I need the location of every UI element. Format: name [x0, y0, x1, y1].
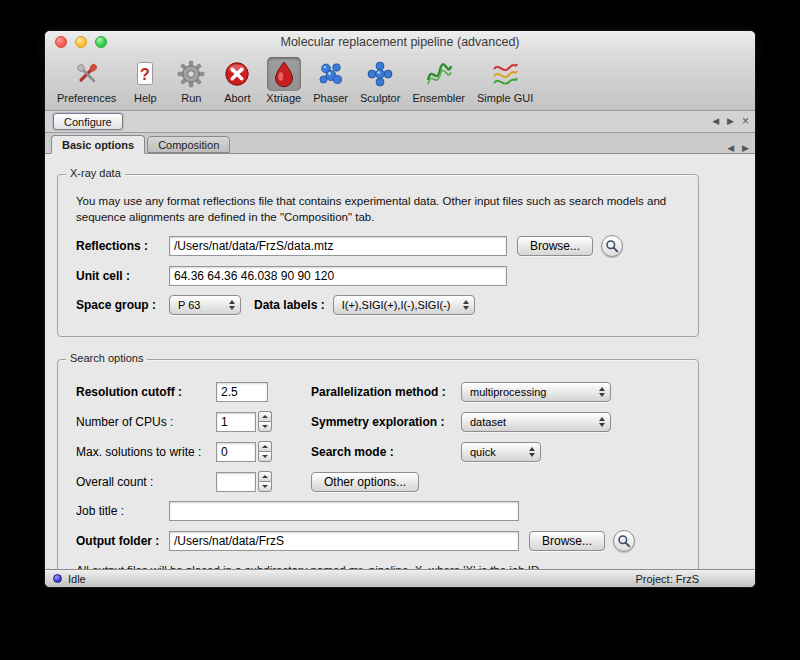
search-group-title: Search options — [66, 352, 147, 364]
space-group-row: Space group : P 63 Data labels : I(+),SI… — [76, 295, 698, 315]
overall-count-input[interactable] — [216, 472, 256, 492]
tab-composition[interactable]: Composition — [147, 136, 230, 153]
help-icon: ? — [128, 57, 162, 91]
stepper-up-icon[interactable] — [258, 441, 272, 451]
phaser-icon — [314, 57, 348, 91]
magnifier-icon — [605, 239, 619, 253]
reflections-search-button[interactable] — [601, 235, 623, 257]
symmetry-select[interactable]: dataset — [461, 412, 611, 432]
resolution-cutoff-input[interactable] — [216, 382, 268, 402]
output-folder-search-button[interactable] — [613, 530, 635, 552]
tab-composition-label: Composition — [158, 139, 219, 151]
stepper-up-icon[interactable] — [258, 411, 272, 421]
max-solutions-input[interactable] — [216, 442, 256, 462]
search-mode-label: Search mode : — [311, 445, 461, 459]
toolbar-item-run[interactable]: Run — [168, 56, 214, 105]
magnifier-icon — [617, 534, 631, 548]
resolution-row: Resolution cutoff : Parallelization meth… — [76, 382, 698, 402]
xray-data-group: X-ray data You may use any format reflec… — [57, 174, 699, 337]
window-controls — [55, 36, 107, 48]
options-tab-nav: ◀ ▶ — [727, 144, 749, 153]
xray-description: You may use any format reflections file … — [76, 193, 704, 225]
toolbar-item-xtriage[interactable]: Xtriage — [260, 56, 307, 105]
overall-count-label: Overall count : — [76, 475, 216, 489]
overall-count-stepper[interactable] — [258, 471, 272, 492]
search-options-group: Search options Resolution cutoff : Paral… — [57, 359, 699, 569]
search-mode-select[interactable]: quick — [461, 442, 541, 462]
toolbar-item-sculptor[interactable]: Sculptor — [354, 56, 406, 105]
window-minimize-button[interactable] — [75, 36, 87, 48]
space-group-select[interactable]: P 63 — [169, 295, 241, 315]
toolbar-item-preferences[interactable]: Preferences — [51, 56, 122, 105]
popup-arrows-icon — [599, 387, 605, 397]
options-tabbar: Basic options Composition ◀ ▶ — [45, 133, 755, 154]
max-solutions-stepper[interactable] — [258, 441, 272, 462]
other-options-button[interactable]: Other options... — [311, 472, 419, 492]
run-icon — [174, 57, 208, 91]
popup-arrows-icon — [599, 417, 605, 427]
sculptor-icon — [363, 57, 397, 91]
num-cpus-label: Number of CPUs : — [76, 415, 216, 429]
toolbar-item-ensembler[interactable]: Ensembler — [406, 56, 471, 105]
toolbar: Preferences ? Help — [45, 53, 755, 111]
basic-options-panel: X-ray data You may use any format reflec… — [45, 154, 755, 569]
resolution-cutoff-label: Resolution cutoff : — [76, 385, 216, 399]
tab-configure[interactable]: Configure — [53, 113, 123, 130]
window-title: Molecular replacement pipeline (advanced… — [45, 31, 755, 53]
job-title-input[interactable] — [169, 501, 519, 521]
output-folder-browse-button[interactable]: Browse... — [529, 531, 605, 551]
toolbar-item-help[interactable]: ? Help — [122, 56, 168, 105]
toolbar-item-abort[interactable]: Abort — [214, 56, 260, 105]
xray-group-title: X-ray data — [66, 167, 125, 179]
output-folder-row: Output folder : Browse... — [76, 530, 698, 552]
xtriage-icon — [267, 57, 301, 91]
num-cpus-input[interactable] — [216, 412, 256, 432]
toolbar-label: Help — [134, 92, 157, 104]
simple-gui-icon — [488, 57, 522, 91]
data-labels-select[interactable]: I(+),SIGI(+),I(-),SIGI(-) — [333, 295, 475, 315]
toolbar-label: Sculptor — [360, 92, 400, 104]
popup-arrows-icon — [229, 300, 235, 310]
num-cpus-stepper[interactable] — [258, 411, 272, 432]
output-folder-label: Output folder : — [76, 534, 169, 548]
notebook-nav: ◀ ▶ × — [712, 116, 749, 127]
parallelization-select[interactable]: multiprocessing — [461, 382, 611, 402]
popup-arrows-icon — [463, 300, 469, 310]
ensembler-icon — [422, 57, 456, 91]
abort-icon — [220, 57, 254, 91]
reflections-browse-button[interactable]: Browse... — [517, 236, 593, 256]
stepper-up-icon[interactable] — [258, 471, 272, 481]
subtab-scroll-right-icon[interactable]: ▶ — [742, 144, 749, 153]
reflections-row: Reflections : Browse... — [76, 235, 698, 257]
space-group-label: Space group : — [76, 298, 169, 312]
toolbar-label: Ensembler — [412, 92, 465, 104]
preferences-icon — [70, 57, 104, 91]
max-solutions-label: Max. solutions to write : — [76, 445, 216, 459]
parallelization-label: Parallelization method : — [311, 385, 461, 399]
unit-cell-input[interactable] — [169, 266, 507, 286]
toolbar-label: Xtriage — [266, 92, 301, 104]
stepper-down-icon[interactable] — [258, 421, 272, 432]
tab-basic-options[interactable]: Basic options — [51, 135, 145, 154]
toolbar-label: Preferences — [57, 92, 116, 104]
toolbar-item-simple-gui[interactable]: Simple GUI — [471, 56, 539, 105]
popup-arrows-icon — [529, 447, 535, 457]
tab-scroll-left-icon[interactable]: ◀ — [712, 117, 719, 126]
data-labels-label: Data labels : — [254, 298, 325, 312]
cpus-row: Number of CPUs : Symmetry exploration : … — [76, 411, 698, 432]
stepper-down-icon[interactable] — [258, 481, 272, 492]
app-window: Molecular replacement pipeline (advanced… — [44, 30, 756, 588]
tab-close-icon[interactable]: × — [742, 115, 749, 127]
window-titlebar: Molecular replacement pipeline (advanced… — [45, 31, 755, 53]
data-labels-value: I(+),SIGI(+),I(-),SIGI(-) — [342, 299, 451, 311]
stepper-down-icon[interactable] — [258, 451, 272, 462]
toolbar-item-phaser[interactable]: Phaser — [307, 56, 354, 105]
subtab-scroll-left-icon[interactable]: ◀ — [727, 144, 734, 153]
project-label: Project: FrzS — [635, 573, 699, 585]
window-close-button[interactable] — [55, 36, 67, 48]
tab-scroll-right-icon[interactable]: ▶ — [727, 117, 734, 126]
reflections-input[interactable] — [169, 236, 507, 256]
window-zoom-button[interactable] — [95, 36, 107, 48]
output-folder-input[interactable] — [169, 531, 519, 551]
unit-cell-row: Unit cell : — [76, 266, 698, 286]
